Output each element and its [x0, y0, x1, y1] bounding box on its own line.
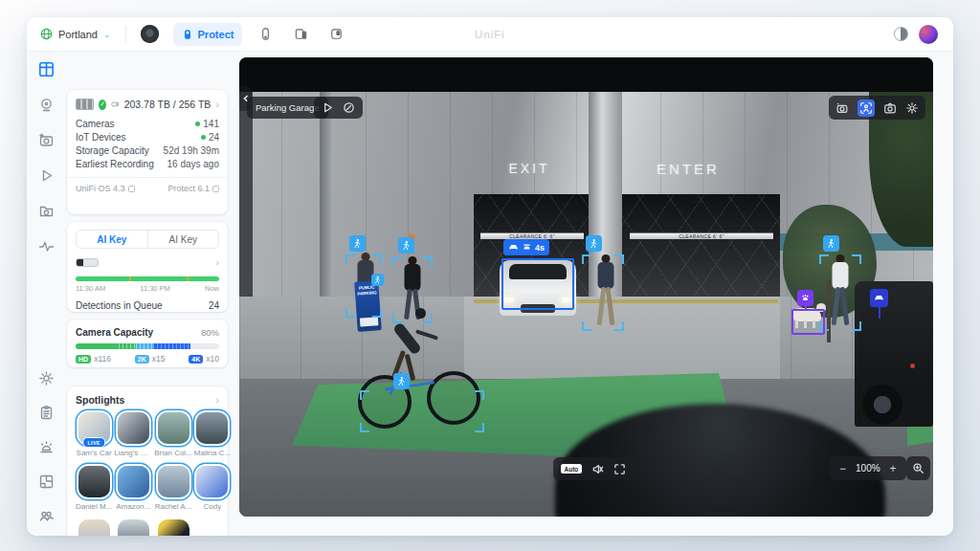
site-selector[interactable]: Portland ⌄ [40, 28, 111, 40]
person-detection-icon[interactable] [586, 235, 602, 252]
spotlight-item[interactable]: Malina C... [194, 412, 231, 457]
gear-icon[interactable] [905, 101, 919, 115]
person-detection-icon[interactable] [398, 237, 414, 253]
spotlight-thumbnail[interactable] [196, 466, 228, 497]
spotlight-item[interactable]: Jason [114, 519, 152, 536]
stat-label: Earliest Recording [76, 159, 154, 169]
detection-timeline[interactable] [76, 276, 219, 281]
scene-clearance-bar: CLEARANCE 6' 6" [630, 232, 773, 239]
spotlight-thumbnail[interactable] [78, 519, 110, 536]
spotlight-item[interactable]: Taxi [154, 519, 192, 536]
spotlight-item[interactable]: Brian Col... [154, 412, 192, 457]
console-icon[interactable] [141, 25, 159, 43]
cyclist-detection-box[interactable] [360, 390, 484, 432]
spotlight-item[interactable]: Rachel A... [154, 466, 192, 511]
play-icon[interactable] [322, 101, 334, 114]
sidebar-item-ai-events[interactable] [38, 132, 55, 152]
tier-4k: 4Kx10 [189, 354, 219, 364]
enter-sign: ENTER [645, 161, 731, 177]
sidebar-item-admins[interactable] [38, 508, 55, 528]
chevron-right-icon[interactable]: › [215, 394, 219, 406]
status-ok-icon: ✓ [99, 99, 106, 110]
spotlight-thumbnail[interactable] [118, 466, 149, 497]
sidebar-item-devices[interactable] [38, 97, 55, 117]
person-detection-box[interactable] [392, 256, 433, 323]
vehicle-detection-box[interactable] [501, 258, 574, 310]
vehicle-detection-icon[interactable] [870, 289, 888, 307]
instant-replay-icon[interactable] [343, 101, 355, 114]
audio-mode-badge[interactable]: Auto [561, 464, 582, 474]
scene-truck [855, 281, 933, 427]
spotlight-thumbnail[interactable] [118, 412, 149, 444]
sidebar-item-archive[interactable] [38, 203, 55, 223]
spotlight-item[interactable]: Daniel M... [76, 466, 112, 511]
animal-detection-box[interactable] [791, 309, 825, 335]
person-detection-box[interactable] [345, 254, 382, 318]
spotlight-thumbnail[interactable] [78, 466, 110, 497]
sidebar-item-dashboard[interactable] [38, 61, 55, 81]
magnify-button[interactable] [906, 456, 930, 480]
spotlight-thumbnail[interactable] [158, 466, 189, 497]
globe-icon [40, 28, 53, 40]
site-name: Portland [58, 29, 98, 40]
spotlight-item[interactable]: Liang's Car [114, 412, 152, 457]
spotlight-thumbnail[interactable]: LIVE [78, 412, 110, 444]
fullscreen-icon[interactable] [613, 463, 626, 475]
sidebar-item-playback[interactable] [38, 167, 55, 187]
person-detection-icon[interactable] [823, 235, 839, 252]
sidebar-item-logs[interactable] [38, 405, 55, 425]
os-version: UniFi OS 4.3 [76, 184, 135, 193]
tab-protect[interactable]: Protect [173, 23, 243, 46]
sidebar-item-maps[interactable] [38, 474, 55, 494]
camera-viewer[interactable]: CLEARANCE 6' 6" CLEARANCE 6' 6" EXIT ENT… [239, 57, 933, 517]
tab-ai-key-2[interactable]: AI Key [148, 231, 219, 248]
green-dot [195, 121, 200, 126]
sidebar-item-settings[interactable] [38, 370, 55, 390]
person-detection-icon[interactable] [349, 235, 366, 252]
camera-name: Parking Garage [256, 102, 320, 113]
stat-label: Cameras [76, 119, 115, 129]
spotlights-grid: LIVESam's Car Liang's Car Brian Col... M… [76, 412, 219, 536]
snapshot-icon[interactable] [883, 101, 897, 115]
animal-detection-icon[interactable] [797, 290, 813, 306]
spotlight-item[interactable]: Amie [76, 519, 112, 536]
spotlight-name: Rachel A... [155, 502, 192, 511]
nvr-device-image [76, 99, 94, 110]
person-detection-box[interactable] [582, 254, 624, 331]
detection-timer: 4s [535, 243, 545, 253]
innerspace-app-icon[interactable] [323, 23, 348, 46]
app-window: Portland ⌄ Protect UniFi [27, 17, 953, 536]
spotlight-item[interactable]: Cody [194, 466, 231, 511]
stat-row: Storage Capacity 52d 19h 39m [67, 143, 228, 157]
person-detection-icon[interactable] [393, 373, 410, 389]
connect-app-icon[interactable] [288, 23, 313, 46]
talk-app-icon[interactable] [253, 23, 278, 46]
theme-toggle-icon[interactable] [894, 27, 908, 41]
spotlight-item[interactable]: Amazon... [114, 466, 152, 511]
ai-key-device-row[interactable]: › [76, 252, 219, 273]
spotlight-thumbnail[interactable] [118, 519, 149, 536]
ai-key-device-image [76, 258, 99, 267]
ai-camera-icon[interactable] [835, 101, 849, 115]
storage-row[interactable]: ✓ 203.78 TB / 256 TB › [67, 90, 228, 117]
smart-detections-toggle[interactable] [858, 99, 875, 117]
sidebar-item-alarm[interactable] [38, 439, 55, 459]
person-detection-icon[interactable] [371, 274, 384, 286]
sidebar-item-activity[interactable] [38, 238, 55, 258]
spotlight-thumbnail[interactable] [158, 412, 189, 444]
magnifier-plus-icon [912, 462, 924, 474]
spotlight-name: Brian Col... [154, 449, 192, 457]
camera-dome-icon [522, 242, 532, 253]
avatar[interactable] [919, 25, 938, 44]
spotlight-item[interactable]: LIVESam's Car [76, 412, 112, 457]
zoom-out-button[interactable]: − [839, 462, 846, 475]
spotlight-name: Malina C... [194, 449, 231, 457]
mute-icon[interactable] [591, 463, 604, 475]
spotlight-thumbnail[interactable] [196, 412, 228, 444]
spotlight-thumbnail[interactable] [158, 519, 189, 536]
vehicle-detection-label[interactable]: 4s [503, 239, 549, 255]
person-detection-box[interactable] [819, 254, 861, 331]
spotlight-name: Amazon... [116, 502, 150, 511]
tab-ai-key-1[interactable]: AI Key [77, 231, 147, 248]
zoom-in-button[interactable]: + [890, 462, 897, 475]
